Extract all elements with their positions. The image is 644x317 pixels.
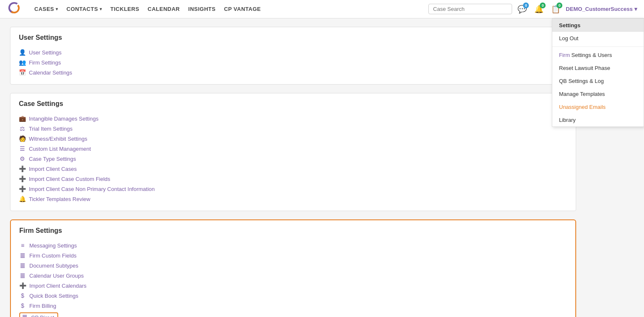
gear-icon: ⚙ xyxy=(19,155,26,162)
nav-ticklers[interactable]: TICKLERS xyxy=(106,0,144,18)
message2-icon: ≡ xyxy=(19,242,26,249)
dropdown-reset-lawsuit[interactable]: Reset Lawsuit Phase xyxy=(552,62,644,75)
user-menu-caret: ▾ xyxy=(634,6,637,12)
plus2-icon: ➕ xyxy=(19,175,26,182)
firm-settings-card: Firm Settings ≡ Messaging Settings Firm … xyxy=(10,219,576,317)
message-badge: 0 xyxy=(523,3,529,8)
gavel-icon: ⚖ xyxy=(19,125,26,132)
link-tickler-templates[interactable]: 🔔 Tickler Templates Review xyxy=(19,194,567,204)
link-trial-item-settings[interactable]: ⚖ Trial Item Settings xyxy=(19,124,567,134)
case-search-input[interactable] xyxy=(428,4,512,14)
link-quick-book-settings[interactable]: $ Quick Book Settings xyxy=(19,291,567,301)
link-calendar-settings[interactable]: 📅 Calendar Settings xyxy=(19,67,567,77)
link-case-type-settings[interactable]: ⚙ Case Type Settings xyxy=(19,154,567,164)
link-custom-list[interactable]: ☰ Custom List Management xyxy=(19,144,567,154)
firm-settings-title: Firm Settings xyxy=(19,227,567,235)
link-calendar-user-groups[interactable]: Calendar User Groups xyxy=(19,271,567,281)
link-cp-direct[interactable]: CP Direct xyxy=(19,311,567,317)
messages-button[interactable]: 💬 0 xyxy=(515,3,529,16)
link-import-custom-fields[interactable]: ➕ Import Client Case Custom Fields xyxy=(19,174,567,184)
plus4-icon: ➕ xyxy=(19,282,26,289)
calendar-badge: 0 xyxy=(556,3,562,8)
dropdown-divider-1 xyxy=(552,46,644,47)
link-document-subtypes[interactable]: Document Subtypes xyxy=(19,260,567,271)
case-settings-title: Case Settings xyxy=(19,100,567,108)
link-firm-settings[interactable]: 👥 Firm Settings xyxy=(19,57,567,67)
dropdown-firm-settings-users[interactable]: Firm Settings & Users xyxy=(552,49,644,62)
link-intangible-damages[interactable]: 💼 Intangible Damages Settings xyxy=(19,113,567,124)
app-logo[interactable] xyxy=(7,0,22,18)
cp-direct-icon xyxy=(22,314,28,317)
link-import-non-primary[interactable]: ➕ Import Client Case Non Primary Contact… xyxy=(19,184,567,194)
contacts-caret: ▾ xyxy=(100,7,102,11)
plus3-icon: ➕ xyxy=(19,186,26,192)
cp-direct-label: CP Direct xyxy=(31,314,54,317)
list5-icon xyxy=(19,272,26,279)
dropdown-manage-templates[interactable]: Manage Templates xyxy=(552,88,644,101)
dropdown-unassigned-emails[interactable]: Unassigned Emails xyxy=(552,101,644,113)
link-user-settings[interactable]: 👤 User Settings xyxy=(19,47,567,57)
nav-cp-vantage[interactable]: CP VANTAGE xyxy=(220,0,265,18)
notification-badge: 0 xyxy=(540,3,546,8)
nav-insights[interactable]: INSIGHTS xyxy=(184,0,220,18)
list-icon: ☰ xyxy=(19,145,26,152)
notifications-button[interactable]: 🔔 0 xyxy=(532,3,546,16)
dropdown-qb-settings[interactable]: QB Settings & Log xyxy=(552,75,644,88)
witness-icon: 🧑 xyxy=(19,135,26,142)
nav-cases[interactable]: CASES ▾ xyxy=(30,0,62,18)
link-messaging-settings[interactable]: ≡ Messaging Settings xyxy=(19,240,567,250)
person-icon: 👤 xyxy=(19,49,26,56)
calendar-button[interactable]: 📋 0 xyxy=(549,3,562,16)
user-menu[interactable]: DEMO_CustomerSuccess ▾ xyxy=(566,6,637,12)
cases-caret: ▾ xyxy=(56,7,58,11)
user-settings-card: User Settings 👤 User Settings 👥 Firm Set… xyxy=(10,27,576,85)
bell2-icon: 🔔 xyxy=(19,196,26,202)
dollar-icon: $ xyxy=(19,292,26,299)
link-import-client-calendars[interactable]: ➕ Import Client Calendars xyxy=(19,281,567,291)
dropdown-settings[interactable]: Settings xyxy=(552,19,644,32)
nav-calendar[interactable]: CALENDAR xyxy=(144,0,184,18)
people-icon: 👥 xyxy=(19,59,26,66)
nav-contacts[interactable]: CONTACTS ▾ xyxy=(62,0,106,18)
briefcase-icon: 💼 xyxy=(19,115,26,122)
user-label: DEMO_CustomerSuccess xyxy=(566,6,633,12)
link-firm-custom-fields[interactable]: Firm Custom Fields xyxy=(19,250,567,260)
link-witness-exhibit[interactable]: 🧑 Witness/Exhibit Settings xyxy=(19,134,567,144)
dropdown-logout[interactable]: Log Out xyxy=(552,32,644,45)
calendar-settings-icon: 📅 xyxy=(19,69,26,76)
case-settings-card: Case Settings 💼 Intangible Damages Setti… xyxy=(10,93,576,211)
dropdown-library[interactable]: Library xyxy=(552,113,644,126)
user-dropdown: Settings Log Out Firm Settings & Users R… xyxy=(552,18,644,127)
link-firm-billing[interactable]: $ Firm Billing xyxy=(19,301,567,311)
plus-icon: ➕ xyxy=(19,165,26,172)
list4-icon xyxy=(19,262,26,269)
user-settings-title: User Settings xyxy=(19,34,567,41)
dollar2-icon: $ xyxy=(19,302,26,309)
link-import-client-cases[interactable]: ➕ Import Client Cases xyxy=(19,164,567,174)
navbar: CASES ▾ CONTACTS ▾ TICKLERS CALENDAR INS… xyxy=(0,0,644,18)
navbar-right: 💬 0 🔔 0 📋 0 DEMO_CustomerSuccess ▾ xyxy=(428,3,637,16)
list3-icon xyxy=(19,252,26,259)
main-content: User Settings 👤 User Settings 👥 Firm Set… xyxy=(0,18,586,317)
